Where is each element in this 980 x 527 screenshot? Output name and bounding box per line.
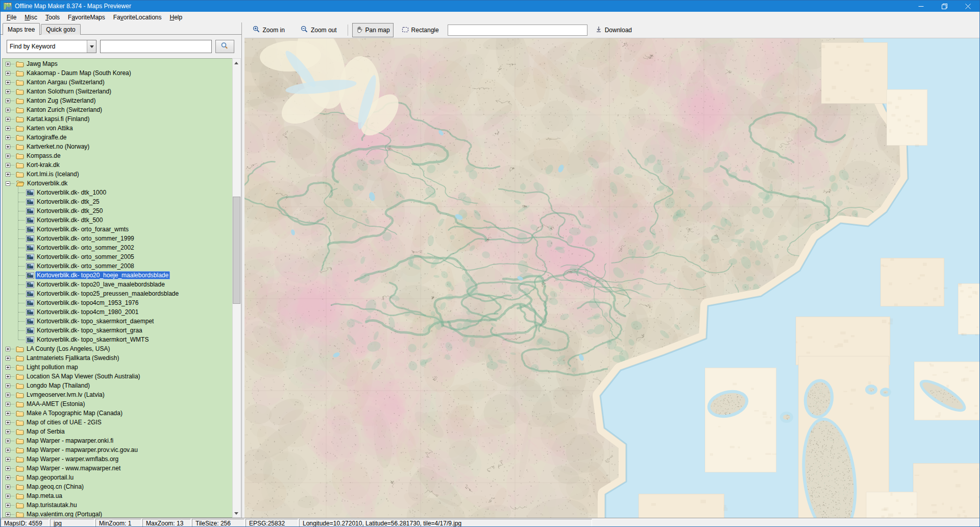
magnifier-minus-icon <box>301 26 308 35</box>
tree-item[interactable]: Kortoverblik.dk- orto_sommer_1999 <box>3 234 233 243</box>
tree-item[interactable]: Kortoverblik.dk <box>3 179 233 188</box>
tree-item[interactable]: Kortoverblik.dk- orto_sommer_2002 <box>3 243 233 252</box>
menu-help[interactable]: Help <box>166 12 187 22</box>
tree-item[interactable]: Map.geoq.cn (China) <box>3 482 233 491</box>
tree-item[interactable]: Kartogiraffe.de <box>3 133 233 142</box>
tree-item[interactable]: Map of Serbia <box>3 427 233 436</box>
tree-item[interactable]: Kortoverblik.dk- topo4cm_1953_1976 <box>3 298 233 307</box>
tree-item[interactable]: Kortoverblik.dk- topo25_preussen_maalebo… <box>3 289 233 298</box>
pan-map-button[interactable]: Pan map <box>352 23 394 37</box>
scroll-up-icon[interactable] <box>233 59 240 67</box>
tree-item[interactable]: LA County (Los Angeles, USA) <box>3 344 233 353</box>
tree-item[interactable]: Map Warper - mapwarper.onki.fi <box>3 436 233 445</box>
tree-item[interactable]: MAA-AMET (Estonia) <box>3 399 233 409</box>
scrollbar-thumb[interactable] <box>233 197 240 304</box>
map-panel: Zoom in Zoom out <box>244 22 980 518</box>
tree-item[interactable]: Kortoverblik.dk- dtk_500 <box>3 215 233 225</box>
tree-item[interactable]: Kortoverblik.dk- dtk_250 <box>3 206 233 215</box>
tree-item[interactable]: Kartat.kapsi.fi (Finland) <box>3 114 233 124</box>
zoom-out-button[interactable]: Zoom out <box>297 23 340 37</box>
tree-item[interactable]: Kartverket.no (Norway) <box>3 142 233 151</box>
zoom-in-button[interactable]: Zoom in <box>249 23 288 37</box>
rectangle-label: Rectangle <box>411 27 439 34</box>
tree-item[interactable]: Longdo Map (Thailand) <box>3 381 233 390</box>
status-panel: MaxZoom: 13 <box>142 519 191 527</box>
menu-favoritelocations[interactable]: FavoriteLocations <box>109 12 166 22</box>
scroll-down-icon[interactable] <box>233 509 240 517</box>
tree-item[interactable]: Kanton Zurich (Switzerland) <box>3 105 233 114</box>
close-button[interactable] <box>956 1 979 12</box>
menu-favoritemaps[interactable]: FavoriteMaps <box>64 12 109 22</box>
zoom-out-label: Zoom out <box>311 27 337 34</box>
map-viewport[interactable] <box>244 38 980 518</box>
tree-item[interactable]: Map.turistautak.hu <box>3 500 233 510</box>
menu-file[interactable]: File <box>3 12 20 22</box>
tree-item[interactable]: Lvmgeoserver.lvm.lv (Latvia) <box>3 390 233 399</box>
app-window: Offline Map Maker 8.374 - Maps Previewer… <box>0 0 980 527</box>
rectangle-button[interactable]: Rectangle <box>398 23 443 37</box>
tree-scrollbar[interactable] <box>232 58 241 518</box>
status-panel: MinZoom: 1 <box>95 519 141 527</box>
tree-item[interactable]: Make A Topographic Map (Canada) <box>3 409 233 418</box>
tree-item[interactable]: Kortoverblik.dk- topo20_lave_maalebordsb… <box>3 280 233 289</box>
tree-item[interactable]: Map.valentim.org (Portugal) <box>3 510 233 518</box>
dashed-rect-icon <box>402 26 409 35</box>
zoom-in-label: Zoom in <box>263 27 285 34</box>
tree-item[interactable]: Location SA Map Viewer (South Australia) <box>3 372 233 381</box>
hand-icon <box>356 26 363 35</box>
tree-item[interactable]: Map of cities of UAE - 2GIS <box>3 418 233 427</box>
search-mode-select[interactable]: Find by Keyword <box>7 40 96 53</box>
tree-item[interactable]: Kortoverblik.dk- orto_foraar_wmts <box>3 225 233 234</box>
tree-item[interactable]: Kanton Zug (Switzerland) <box>3 96 233 105</box>
tab-quick-goto[interactable]: Quick goto <box>41 24 80 35</box>
search-row: Find by Keyword <box>1 35 241 58</box>
tree-item[interactable]: Lantmateriets Fjallkarta (Swedish) <box>3 353 233 363</box>
minimize-button[interactable] <box>909 1 933 12</box>
tree-item[interactable]: Kortoverblik.dk- topo20_hoeje_maalebords… <box>3 271 233 280</box>
chevron-down-icon[interactable] <box>87 40 96 53</box>
tree-item[interactable]: Kanton Aargau (Switzerland) <box>3 78 233 87</box>
window-controls <box>909 1 979 12</box>
tree-item[interactable]: Kompass.de <box>3 151 233 160</box>
app-icon <box>4 2 12 10</box>
menu-misc[interactable]: Misc <box>20 12 41 22</box>
magnifier-icon <box>220 42 229 52</box>
tree-item[interactable]: Jawg Maps <box>3 59 233 68</box>
tab-maps-tree[interactable]: Maps tree <box>3 23 40 35</box>
tree-item[interactable]: Kort.lmi.is (Iceland) <box>3 170 233 179</box>
restore-button[interactable] <box>933 1 956 12</box>
tree-item[interactable]: Light pollution map <box>3 363 233 372</box>
status-bar: MapsID: 4559jpgMinZoom: 1MaxZoom: 13Tile… <box>1 518 979 527</box>
tree-item[interactable]: Map Warper - www.mapwarper.net <box>3 464 233 473</box>
tree-item[interactable]: Kortoverblik.dk- dtk_25 <box>3 197 233 206</box>
tree-item[interactable]: Kortoverblik.dk- topo_skaermkort_WMTS <box>3 335 233 344</box>
download-label: Download <box>605 27 632 34</box>
menu-tools[interactable]: Tools <box>41 12 64 22</box>
maps-tree: Jawg MapsKakaomap - Daum Map (South Kore… <box>2 58 233 518</box>
tree-item[interactable]: Map.meta.ua <box>3 491 233 500</box>
search-button[interactable] <box>215 40 234 53</box>
tree-item[interactable]: Kakaomap - Daum Map (South Korea) <box>3 68 233 78</box>
tree-item[interactable]: Kanton Solothurn (Switzerland) <box>3 87 233 96</box>
status-panel: EPSG:25832 <box>246 519 298 527</box>
tree-item[interactable]: Kortoverblik.dk- orto_sommer_2008 <box>3 261 233 271</box>
search-input[interactable] <box>100 40 212 53</box>
status-panel: jpg <box>50 519 94 527</box>
tree-item[interactable]: Kortoverblik.dk- topo_skaermkort_daempet <box>3 317 233 326</box>
tree-item[interactable]: Karten von Attika <box>3 124 233 133</box>
tree-item[interactable]: Map.geoportail.lu <box>3 473 233 482</box>
download-button[interactable]: Download <box>592 23 635 37</box>
map-toolbar: Zoom in Zoom out <box>244 22 980 38</box>
tree-item[interactable]: Map Warper - mapwarper.prov.vic.gov.au <box>3 445 233 454</box>
menu-bar: FileMiscToolsFavoriteMapsFavoriteLocatio… <box>1 12 979 22</box>
tree-item[interactable]: Kortoverblik.dk- topo4cm_1980_2001 <box>3 307 233 317</box>
tree-item[interactable]: Kort-krak.dk <box>3 160 233 170</box>
tree-item[interactable]: Kortoverblik.dk- topo_skaermkort_graa <box>3 326 233 335</box>
tree-item[interactable]: Kortoverblik.dk- dtk_1000 <box>3 188 233 197</box>
toolbar-input[interactable] <box>448 25 587 36</box>
tree-item[interactable]: Map Warper - warper.wmflabs.org <box>3 454 233 464</box>
magnifier-plus-icon <box>253 26 260 35</box>
status-panel: MapsID: 4559 <box>1 519 49 527</box>
status-panel: TileSize: 256 <box>192 519 244 527</box>
tree-item[interactable]: Kortoverblik.dk- orto_sommer_2005 <box>3 252 233 261</box>
